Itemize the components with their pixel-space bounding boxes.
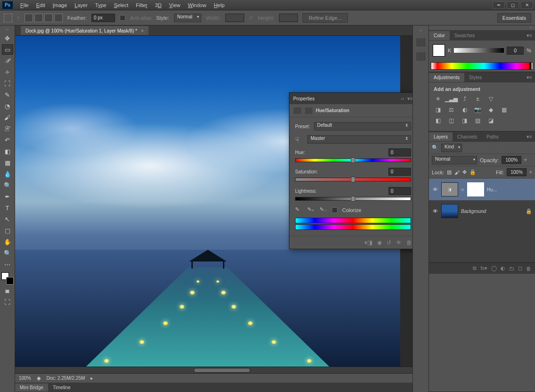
gradient-map-icon[interactable]: ▤ <box>473 116 482 124</box>
levels-icon[interactable]: ▁▃▅ <box>447 95 456 103</box>
menu-layer[interactable]: Layer <box>71 1 91 9</box>
reset-icon[interactable]: ↺ <box>387 239 391 246</box>
lightness-input[interactable] <box>388 187 411 195</box>
layer-name[interactable]: Background <box>461 209 486 214</box>
properties-collapse-icon[interactable]: ›› <box>401 96 404 102</box>
background-color[interactable] <box>6 277 14 285</box>
hue-saturation-icon[interactable]: ◨ <box>434 106 443 114</box>
tab-close-icon[interactable]: × <box>141 28 144 33</box>
adjustments-menu-icon[interactable]: ▾≡ <box>524 74 535 81</box>
view-previous-icon[interactable]: ◉ <box>377 239 382 246</box>
history-brush-tool[interactable]: ↶ <box>2 135 13 145</box>
tab-layers[interactable]: Layers <box>429 132 453 141</box>
lock-position-icon[interactable]: ✥ <box>462 169 467 175</box>
clone-stamp-tool[interactable]: ⛈ <box>2 123 13 134</box>
new-selection-icon[interactable] <box>25 14 33 22</box>
screenmode-tool[interactable]: ⛶ <box>2 297 13 307</box>
character-panel-icon[interactable] <box>416 52 426 61</box>
k-slider[interactable] <box>454 48 504 53</box>
menu-3d[interactable]: 3D <box>152 1 165 9</box>
tab-paths[interactable]: Paths <box>482 132 503 141</box>
layer-item[interactable]: 👁 Background 🔒 <box>429 200 535 222</box>
horizontal-scrollbar[interactable] <box>15 367 412 373</box>
layer-name[interactable]: Hu... <box>487 187 497 192</box>
subtract-selection-icon[interactable] <box>44 14 53 22</box>
eraser-tool[interactable]: ◧ <box>2 146 13 156</box>
new-fill-adj-icon[interactable]: ◐ <box>501 265 505 271</box>
layers-menu-icon[interactable]: ▾≡ <box>524 134 535 140</box>
opacity-input[interactable] <box>502 156 521 164</box>
path-selection-tool[interactable]: ↖ <box>2 214 13 224</box>
workspace-switcher[interactable]: Essentials <box>497 13 531 23</box>
color-panel-menu-icon[interactable]: ▾≡ <box>524 33 535 39</box>
healing-brush-tool[interactable]: ◔ <box>2 101 13 111</box>
eyedropper-subtract-icon[interactable]: ✎₋ <box>320 206 327 214</box>
dock-expand-icon[interactable]: ‹‹ <box>420 28 422 33</box>
adjustment-thumb[interactable]: ◨ <box>441 182 458 196</box>
lock-transparency-icon[interactable]: ▨ <box>447 169 452 175</box>
filter-smart-icon[interactable] <box>506 144 514 151</box>
gradient-tool[interactable]: ▦ <box>2 157 13 168</box>
mask-icon[interactable] <box>305 107 313 114</box>
menu-help[interactable]: Help <box>211 1 228 9</box>
document-tab[interactable]: Dock.jpg @ 100% (Hue/Saturation 1, Layer… <box>21 26 148 35</box>
blur-tool[interactable]: 💧 <box>2 169 13 179</box>
clip-to-layer-icon[interactable]: ▾◨ <box>364 239 372 246</box>
marquee-tool-icon[interactable] <box>4 14 12 22</box>
menu-view[interactable]: View <box>166 1 184 9</box>
history-panel-icon[interactable] <box>416 38 426 47</box>
tab-adjustments[interactable]: Adjustments <box>429 73 464 82</box>
crop-tool[interactable]: ⛶ <box>2 78 13 89</box>
refine-edge-button[interactable]: Refine Edge... <box>303 13 348 23</box>
filter-adj-icon[interactable] <box>475 144 483 151</box>
layer-visibility-icon[interactable]: 👁 <box>432 208 438 214</box>
move-tool[interactable]: ✥ <box>2 33 13 43</box>
maximize-button[interactable]: ◻ <box>507 1 519 9</box>
add-selection-icon[interactable] <box>34 14 43 22</box>
layer-mask-icon[interactable]: ◯ <box>491 265 497 271</box>
saturation-input[interactable] <box>388 168 411 176</box>
feather-input[interactable] <box>91 14 115 22</box>
close-button[interactable]: ✕ <box>521 1 533 9</box>
exposure-icon[interactable]: ± <box>473 95 482 103</box>
hand-scrubby-icon[interactable]: ☟ <box>295 136 304 143</box>
layer-item[interactable]: 👁 ◨ ⎆ Hu... <box>429 179 535 200</box>
color-spectrum[interactable] <box>431 62 533 70</box>
invert-icon[interactable]: ◧ <box>434 116 443 124</box>
blend-mode-select[interactable]: Normal <box>432 156 477 164</box>
delete-layer-icon[interactable]: 🗑 <box>526 266 531 271</box>
selective-color-icon[interactable]: ◪ <box>486 116 495 124</box>
rectangle-tool[interactable]: ▢ <box>2 225 13 236</box>
dodge-tool[interactable]: 🔍 <box>2 180 13 190</box>
k-input[interactable] <box>507 47 524 55</box>
hue-slider[interactable] <box>295 158 411 162</box>
panels-expand-icon[interactable]: ›› <box>429 25 535 30</box>
color-balance-icon[interactable]: ⚖ <box>447 106 456 114</box>
mask-thumb[interactable] <box>467 182 484 196</box>
tab-color[interactable]: Color <box>429 31 450 40</box>
adjustment-icon[interactable] <box>293 107 302 114</box>
posterize-icon[interactable]: ◫ <box>447 116 456 124</box>
foreground-background-colors[interactable] <box>1 272 14 285</box>
layer-fx-icon[interactable]: fx▾ <box>480 265 487 271</box>
new-group-icon[interactable]: 🗀 <box>509 266 514 271</box>
intersect-selection-icon[interactable] <box>54 14 63 22</box>
filter-kind-select[interactable]: Kind <box>441 144 462 152</box>
saturation-slider[interactable] <box>295 178 411 181</box>
tab-mini-bridge[interactable]: Mini Bridge <box>15 384 48 392</box>
photo-filter-icon[interactable]: 📷 <box>473 106 482 114</box>
menu-file[interactable]: File <box>17 1 32 9</box>
delete-adjustment-icon[interactable]: 🗑 <box>406 239 412 246</box>
properties-header[interactable]: Properties ›› ▾≡ <box>289 93 412 104</box>
colorize-checkbox[interactable] <box>332 207 337 213</box>
menu-image[interactable]: Image <box>49 1 71 9</box>
visibility-icon[interactable]: 👁 <box>396 239 402 246</box>
filter-type-icon[interactable] <box>486 144 493 151</box>
tab-channels[interactable]: Channels <box>453 132 482 141</box>
tab-styles[interactable]: Styles <box>464 73 486 82</box>
brightness-contrast-icon[interactable]: ☀ <box>434 95 443 103</box>
eyedropper-icon[interactable]: ✎ <box>295 206 303 214</box>
vibrance-icon[interactable]: ▽ <box>486 95 495 103</box>
filter-shape-icon[interactable] <box>496 144 503 151</box>
menu-window[interactable]: Window <box>185 1 210 9</box>
